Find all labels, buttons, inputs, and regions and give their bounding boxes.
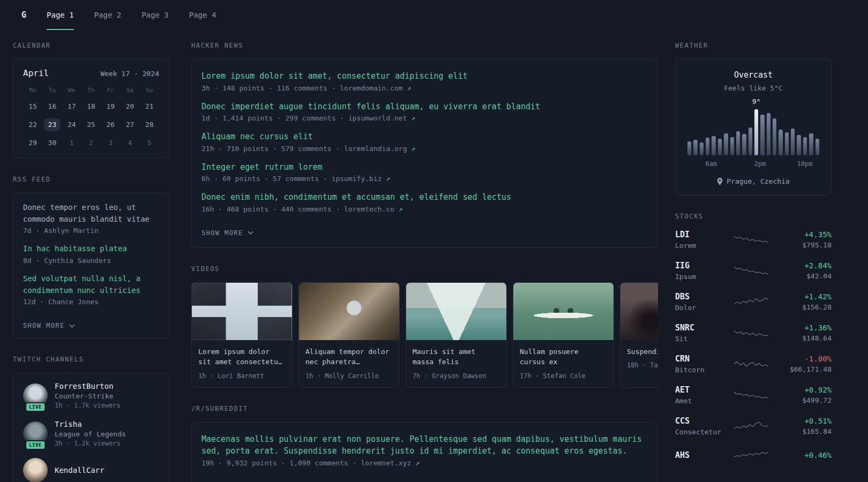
calendar-header: April Week 17 · 2024 [23,68,159,78]
rss-item-title[interactable]: Sed volutpat nulla nisl, a condimentum n… [23,273,159,296]
stock-name: Dolor [675,304,722,312]
rss-item-title[interactable]: Donec tempor eros leo, ut commodo mauris… [23,202,159,225]
weather-bar [730,137,734,155]
hackernews-show-more-button[interactable]: SHOW MORE [201,229,253,237]
post-source-link[interactable]: loremlandia.org [344,145,407,153]
weather-time-label: 10pm [797,160,812,168]
video-title: Aliquam tempor dolor nec pharetra… [305,347,393,367]
weather-bar [700,142,704,155]
calendar-day: 20 [122,100,138,113]
stock-symbol: LDI [675,230,722,239]
rss-item: Sed volutpat nulla nisl, a condimentum n… [23,273,159,306]
stock-values: +0.51%$165.84 [780,417,832,435]
calendar-day: 22 [25,118,41,131]
stock-values: +4.35%$795.18 [780,230,832,249]
stock-info: CCSConsectetur [675,416,722,436]
external-link-icon: ↗ [407,145,416,153]
stock-change: -1.00% [780,355,832,363]
post-title[interactable]: Lorem ipsum dolor sit amet, consectetur … [201,70,648,82]
post-source-link[interactable]: loremdomain.com [340,84,402,92]
channel-game: League of Legends [55,430,126,438]
stock-name: Amet [675,397,722,405]
video-title: Mauris sit amet massa felis [413,347,500,367]
sea-wake-thumbnail [406,283,506,340]
post-source-link[interactable]: ipsumworld.net [348,114,407,122]
weather-bar [773,118,776,155]
rss-list: Donec tempor eros leo, ut commodo mauris… [23,202,159,306]
twitch-channel[interactable]: LIVETrishaLeague of Legends3h · 1.2k vie… [23,420,159,447]
weather-temp-label: 9° [752,97,761,106]
stock-info: CRNBitcorn [675,354,722,374]
rss-show-more-button[interactable]: SHOW MORE [23,322,75,329]
post-source-link[interactable]: ipsumify.biz [332,175,382,183]
videos-widget: VIDEOS Lorem ipsum dolor sit amet consec… [191,265,658,388]
stock-row[interactable]: IIGIpsum+2.84%$42.04 [675,261,832,281]
stock-row[interactable]: AHS+0.46% [675,447,832,463]
post-source-link[interactable]: loremtech.co [344,205,394,213]
left-column: CALENDAR April Week 17 · 2024 MoTuWeThFr… [13,42,169,482]
twitch-channel[interactable]: LIVEForrestBurtonCounter-Strike1h · 1.7k… [23,382,159,409]
video-meta: 7h · Grayson Dawson [413,372,500,380]
stock-row[interactable]: CCSConsectetur+0.51%$165.84 [675,416,832,436]
tab-page-1[interactable]: Page 1 [47,0,74,30]
weather-feels-like: Feels like 5°C [685,84,821,92]
weather-bar [693,140,697,155]
post-title[interactable]: Integer eget rutrum lorem [201,161,648,174]
calendar-day-header: Su [140,87,159,94]
twitch-channel[interactable]: KendallCarr [23,458,159,482]
weather-card: Overcast Feels like 5°C 9° 6am2pm10pm Pr… [675,59,832,195]
post-source-link[interactable]: loremnet.xyz [361,459,411,467]
calendar-day: 19 [102,100,118,113]
stock-row[interactable]: AETAmet+0.92%$499.72 [675,385,832,405]
post-title[interactable]: Donec imperdiet augue tincidunt felis al… [201,101,648,113]
stock-name: Consectetur [675,428,722,436]
stock-change: +1.42% [780,292,832,301]
rss-card: Donec tempor eros leo, ut commodo mauris… [13,193,169,338]
calendar-day-headers: MoTuWeThFrSaSu [23,87,159,94]
rss-item-title[interactable]: In hac habitasse platea [23,243,159,255]
tab-page-2[interactable]: Page 2 [94,0,122,30]
calendar-week-year: Week 17 · 2024 [100,70,159,78]
channel-meta: 3h · 1.2k viewers [55,440,126,447]
calendar-section-title: CALENDAR [13,42,169,49]
video-meta: 1h · Lori Barnett [198,372,286,380]
video-card[interactable]: Lorem ipsum dolor sit amet consectetu…1h… [191,282,293,388]
stock-price: $795.18 [780,241,832,249]
weather-bar [724,133,728,155]
video-card[interactable]: Aliquam tempor dolor nec pharetra…1h · M… [298,282,400,388]
stock-row[interactable]: LDILorem+4.35%$795.18 [675,230,832,250]
hackernews-show-more-label: SHOW MORE [201,229,243,237]
stock-row[interactable]: DBSDolor+1.42%$156.28 [675,292,832,312]
calendar-card: April Week 17 · 2024 MoTuWeThFrSaSu 1516… [13,59,169,159]
video-title: Lorem ipsum dolor sit amet consectetu… [198,347,286,367]
stock-symbol: DBS [675,292,722,302]
post-meta-text: 1d · 1,414 points · 299 comments · [201,114,348,122]
calendar-day: 23 [44,118,60,131]
calendar-day: 5 [141,137,158,149]
tab-page-3[interactable]: Page 3 [141,0,169,30]
calendar-day: 17 [64,100,80,113]
stock-sparkline [722,325,780,341]
weather-location: Prague, Czechia [685,177,821,185]
channel-meta: 1h · 1.7k viewers [55,402,121,409]
video-card[interactable]: Mauris sit amet massa felis7h · Grayson … [406,282,507,388]
calendar-day-header: We [62,87,81,94]
channel-game: Counter-Strike [55,392,121,400]
weather-condition: Overcast [685,70,821,80]
tab-page-4[interactable]: Page 4 [189,0,216,30]
video-card[interactable]: Nullam posuere cursus ex17h · Stefan Col… [513,282,614,388]
channel-info: TrishaLeague of Legends3h · 1.2k viewers [55,420,126,447]
stock-row[interactable]: CRNBitcorn-1.00%$66,171.48 [675,354,832,374]
post-meta-text: 3h · 148 points · 116 comments · [201,84,340,92]
hackernews-section-title: HACKER NEWS [191,42,658,49]
post-title[interactable]: Donec enim nibh, condimentum et accumsan… [201,191,648,204]
post-title[interactable]: Maecenas mollis pulvinar erat non posuer… [201,433,648,457]
calendar-day: 26 [102,118,118,131]
post-title[interactable]: Aliquam nec cursus elit [201,131,648,143]
calendar-day-header: Fr [101,87,120,94]
stock-row[interactable]: SNRCSit+1.36%$148.64 [675,323,832,343]
channel-info: ForrestBurtonCounter-Strike1h · 1.7k vie… [55,382,121,409]
calendar-month: April [23,68,49,78]
stocks-widget: STOCKS LDILorem+4.35%$795.18IIGIpsum+2.8… [675,213,832,463]
video-card[interactable]: Suspendisse diam18h · Tara [620,282,658,388]
